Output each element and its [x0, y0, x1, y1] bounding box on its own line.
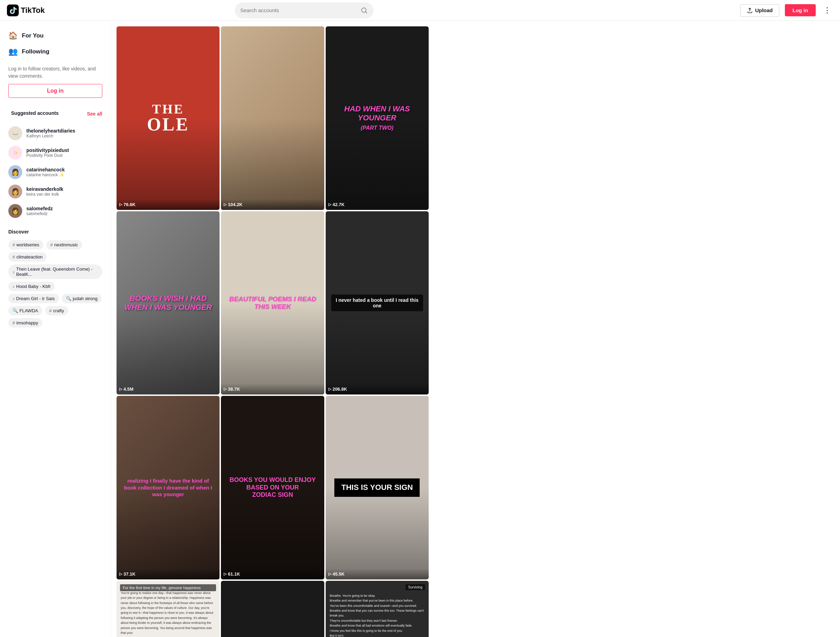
video-text-4: BEAUTIFUL POEMS I READ THIS WEEK: [226, 295, 318, 310]
suggested-account-1[interactable]: ✨ positivitypixiedust Positivity Pixie D…: [6, 143, 105, 162]
video-overlay-3: BOOKS I WISH I HAD WHEN I WAS YOUNGER ▷ …: [117, 211, 219, 395]
account-display-3: keira van der kolk: [26, 192, 63, 197]
views-0: 76.6K: [123, 202, 136, 207]
logo[interactable]: TikTok: [7, 5, 49, 16]
video-card-2[interactable]: HAD WHEN I WAS YOUNGER(part two) ▷ 42.7K: [326, 26, 429, 210]
suggested-account-4[interactable]: 👩 salomefedz salomefedz: [6, 201, 105, 221]
main-layout: 🏠 For You 👥 Following Log in to follow c…: [0, 0, 840, 637]
avatar-0: 📖: [8, 126, 22, 140]
more-options-button[interactable]: ⋮: [821, 5, 833, 16]
video-card-9[interactable]: For the first time in my life, genuine h…: [117, 581, 219, 637]
play-icon-0: ▷: [119, 202, 122, 207]
logo-text: TikTok: [21, 6, 45, 15]
video-card-0[interactable]: THEOLE ▷ 76.6K: [117, 26, 219, 210]
video-card-11[interactable]: Surviving Breathe. You're going to be ok…: [326, 581, 429, 637]
svg-rect-0: [7, 5, 19, 16]
views-1: 104.2K: [228, 202, 242, 207]
video-text-2: HAD WHEN I WAS YOUNGER(part two): [331, 104, 423, 132]
tag-search-flawda[interactable]: 🔍 FLAWDA: [8, 306, 42, 315]
video-card-3[interactable]: BOOKS I WISH I HAD WHEN I WAS YOUNGER ▷ …: [117, 211, 219, 395]
view-count-2: ▷ 42.7K: [328, 202, 426, 207]
tag-label-0: worldseries: [16, 242, 39, 247]
account-username-1: positivitypixiedust: [26, 147, 69, 153]
tag-music-1[interactable]: ♪ Hood Baby - Kbfr: [8, 282, 55, 291]
sidebar-login-button[interactable]: Log in: [8, 84, 102, 98]
upload-button[interactable]: Upload: [740, 4, 779, 17]
tag-label-1: nextinmusic: [54, 242, 78, 247]
sidebar-item-for-you[interactable]: 🏠 For You: [6, 28, 105, 44]
video-overlay-11: Surviving Breathe. You're going to be ok…: [326, 581, 429, 637]
nav-right: Upload Log in ⋮: [740, 4, 833, 17]
play-icon-6: ▷: [119, 572, 122, 576]
view-count-5: ▷ 206.8K: [328, 387, 426, 392]
video-card-7[interactable]: BOOKS YOU WOULD ENJOYbased on yourZODIAC…: [221, 396, 324, 579]
tiktok-logo-icon: [7, 5, 19, 16]
view-count-8: ▷ 45.5K: [328, 571, 426, 577]
tag-search-judah[interactable]: 🔍 judah strong: [62, 294, 102, 303]
video-card-6[interactable]: realizing I finally have the kind of boo…: [117, 396, 219, 579]
following-icon: 👥: [8, 47, 18, 56]
suggested-account-0[interactable]: 📖 thelonelyheartdiaries Kathryn Leech: [6, 123, 105, 143]
account-info-2: catarinehancock catarine hancock ✨: [26, 167, 65, 177]
tag-label-7: FLAWDA: [19, 308, 38, 313]
login-button[interactable]: Log in: [785, 4, 816, 16]
tag-climateaction[interactable]: # climateaction: [8, 252, 47, 262]
video-card-10[interactable]: THREE WORDS YOU NEED TO: [221, 581, 324, 637]
account-display-0: Kathryn Leech: [26, 134, 75, 138]
search-bar[interactable]: [235, 2, 374, 18]
upload-label: Upload: [755, 7, 773, 13]
video-overlay-5: I never hated a book until I read this o…: [326, 211, 429, 395]
account-info-1: positivitypixiedust Positivity Pixie Dus…: [26, 147, 69, 158]
video-overlay-2: HAD WHEN I WAS YOUNGER(part two) ▷ 42.7K: [326, 26, 429, 210]
hashtag-icon: #: [13, 242, 15, 247]
account-username-0: thelonelyheartdiaries: [26, 128, 75, 134]
views-4: 38.7K: [228, 387, 240, 392]
search-input[interactable]: [240, 7, 358, 13]
video-overlay-10: THREE WORDS YOU NEED TO: [221, 581, 324, 637]
views-2: 42.7K: [333, 202, 345, 207]
video-card-1[interactable]: ▷ 104.2K: [221, 26, 324, 210]
account-info-3: keiravanderkolk keira van der kolk: [26, 186, 63, 197]
play-icon-2: ▷: [328, 202, 331, 207]
account-info-0: thelonelyheartdiaries Kathryn Leech: [26, 128, 75, 138]
tag-music-2[interactable]: ♪ Dream Girl - Ir Sais: [8, 294, 59, 303]
tag-label-8: crafty: [53, 308, 64, 313]
video-card-5[interactable]: I never hated a book until I read this o…: [326, 211, 429, 395]
tag-label-9: imsohappy: [16, 320, 38, 326]
tag-music-0[interactable]: ♪ Then Leave (feat. Queendom Come) - Bea…: [8, 264, 102, 279]
music-icon-2: ♪: [13, 296, 15, 301]
suggested-accounts-title: Suggested accounts: [8, 107, 62, 120]
tag-worldseries[interactable]: # worldseries: [8, 240, 43, 250]
suggested-account-2[interactable]: 👩 catarinehancock catarine hancock ✨: [6, 162, 105, 182]
home-icon: 🏠: [8, 31, 18, 40]
video-text-6: realizing I finally have the kind of boo…: [122, 477, 214, 498]
tag-label-5: Dream Girl - Ir Sais: [16, 296, 55, 301]
tag-crafty[interactable]: # crafty: [45, 306, 68, 315]
suggested-account-3[interactable]: 👩 keiravanderkolk keira van der kolk: [6, 182, 105, 201]
hashtag-icon-4: #: [13, 320, 15, 326]
main-content: THEOLE ▷ 76.6K ▷ 104.2K: [111, 21, 840, 637]
video-overlay-1: ▷ 104.2K: [221, 26, 324, 210]
tag-nextinmusic[interactable]: # nextinmusic: [46, 240, 82, 250]
tag-imsohappy[interactable]: # imsohappy: [8, 318, 42, 327]
see-all-button[interactable]: See all: [87, 111, 102, 117]
video-card-8[interactable]: THIS IS YOUR SIGN ▷ 45.5K: [326, 396, 429, 579]
search-icon-tag-0: 🔍: [66, 296, 71, 301]
avatar-4: 👩: [8, 204, 22, 218]
tag-label-6: judah strong: [73, 296, 98, 301]
search-icon: [360, 6, 368, 14]
view-count-1: ▷ 104.2K: [224, 202, 321, 207]
video-overlay-7: BOOKS YOU WOULD ENJOYbased on yourZODIAC…: [221, 396, 324, 579]
video-card-4[interactable]: BEAUTIFUL POEMS I READ THIS WEEK ▷ 38.7K: [221, 211, 324, 395]
views-8: 45.5K: [333, 571, 345, 577]
views-6: 37.1K: [123, 571, 136, 577]
video-grid: THEOLE ▷ 76.6K ▷ 104.2K: [117, 26, 429, 637]
tag-label-4: Hood Baby - Kbfr: [16, 284, 51, 289]
play-icon-4: ▷: [224, 387, 226, 391]
sidebar-item-following[interactable]: 👥 Following: [6, 44, 105, 60]
avatar-3: 👩: [8, 185, 22, 198]
views-3: 4.5M: [123, 387, 134, 392]
video-overlay-6: realizing I finally have the kind of boo…: [117, 396, 219, 579]
upload-icon: [747, 7, 753, 14]
account-display-4: salomefedz: [26, 211, 53, 216]
